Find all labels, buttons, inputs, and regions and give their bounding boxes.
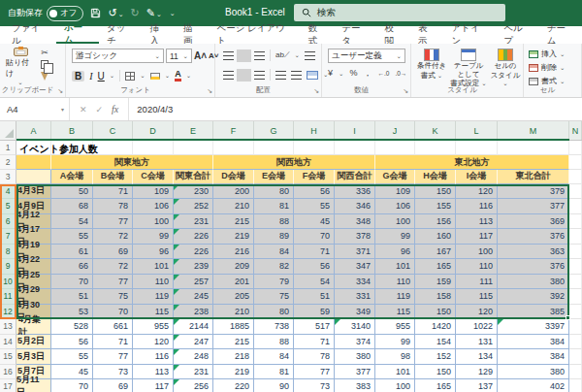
cell-B12[interactable]: 53 (51, 305, 93, 320)
cell-J17[interactable]: 100 (375, 379, 415, 392)
cell-A17[interactable]: 5月11日 (16, 379, 51, 392)
cell-H5[interactable]: 55 (294, 199, 335, 214)
cell-I17[interactable]: 383 (335, 379, 375, 392)
cell-F7[interactable]: 219 (213, 229, 254, 245)
venue-header-J3[interactable]: G会場 (375, 170, 415, 184)
borders-dropdown-icon[interactable]: ⌄ (140, 72, 145, 80)
cell-F15[interactable]: 218 (213, 349, 254, 365)
cell-A1[interactable]: イベント参加人数 (16, 141, 51, 155)
cell-I15[interactable]: 380 (335, 349, 375, 365)
column-header-G[interactable]: G (254, 121, 294, 140)
menu-tab-6[interactable]: 数式 (301, 26, 335, 44)
pen-dropdown-icon[interactable]: ⌄ (156, 11, 162, 17)
cell-C7[interactable]: 72 (93, 229, 133, 245)
cell-B16[interactable]: 45 (51, 365, 93, 380)
row-header-5[interactable]: 5 (0, 199, 16, 214)
cell-C1[interactable] (93, 141, 133, 155)
cell-D15[interactable]: 116 (133, 349, 174, 365)
cell-G4[interactable]: 80 (254, 184, 294, 200)
cell-A13[interactable]: 4月集計 (16, 319, 51, 335)
column-header-H[interactable]: H (294, 121, 335, 140)
cell-I8[interactable]: 371 (335, 245, 375, 260)
cell-M10[interactable]: 380 (498, 275, 569, 290)
venue-header-L3[interactable]: I会場 (456, 170, 498, 184)
row-header-2[interactable]: 2 (0, 155, 16, 170)
cell-L16[interactable]: 129 (456, 365, 498, 380)
name-box-dropdown-icon[interactable]: ▾ (61, 106, 64, 113)
cell-B7[interactable]: 55 (51, 229, 93, 245)
cell-D14[interactable]: 120 (133, 335, 174, 350)
cell-M12[interactable]: 385 (498, 305, 569, 320)
venue-header-H3[interactable]: F会場 (294, 170, 335, 184)
alignment-dialog-launcher-icon[interactable]: ↘ (313, 87, 319, 95)
cell-H12[interactable]: 59 (294, 305, 335, 320)
cell-L6[interactable]: 113 (456, 214, 498, 230)
orientation-icon[interactable]: ab⟋ (275, 50, 290, 60)
cell-K9[interactable]: 165 (415, 259, 456, 275)
copy-icon[interactable] (41, 60, 48, 69)
column-header-J[interactable]: J (375, 121, 415, 140)
cell-N1[interactable] (569, 141, 582, 155)
cell-F11[interactable]: 205 (213, 289, 254, 305)
cell-F10[interactable]: 201 (213, 275, 254, 290)
region-header-0[interactable]: 関東地方 (51, 155, 213, 170)
font-name-select[interactable]: 游ゴシック⌄ (72, 49, 164, 63)
cell-G5[interactable]: 81 (254, 199, 294, 214)
menu-tab-11[interactable]: ヘルプ (496, 26, 538, 44)
cell-I1[interactable] (335, 141, 375, 155)
column-header-I[interactable]: I (335, 121, 375, 140)
cell-G8[interactable]: 84 (254, 245, 294, 260)
cell-K17[interactable]: 165 (415, 379, 456, 392)
cell-L11[interactable]: 115 (456, 289, 498, 305)
cell-F6[interactable]: 215 (213, 214, 254, 230)
cell-B15[interactable]: 55 (51, 349, 93, 365)
menu-tab-12[interactable]: チーム (539, 26, 582, 44)
cell-K14[interactable]: 154 (415, 335, 456, 350)
cell-H9[interactable]: 56 (294, 259, 335, 275)
cell-I10[interactable]: 334 (335, 275, 375, 290)
italic-button[interactable]: I (89, 71, 92, 82)
cell-B6[interactable]: 54 (51, 214, 93, 230)
cell-D17[interactable]: 117 (133, 379, 174, 392)
cell-K12[interactable]: 150 (415, 305, 456, 320)
number-format-select[interactable]: ユーザー定義⌄ (328, 49, 405, 63)
column-header-K[interactable]: K (415, 121, 456, 140)
insert-function-icon[interactable]: fx (112, 104, 118, 114)
cell-B17[interactable]: 70 (51, 379, 93, 392)
currency-dropdown-icon[interactable]: ⌄ (339, 70, 343, 78)
bold-button[interactable]: B (72, 71, 84, 82)
cell-A2[interactable] (16, 155, 51, 170)
cell-A14[interactable]: 5月2日 (16, 335, 51, 350)
cell-J5[interactable]: 106 (375, 199, 415, 214)
row-header-16[interactable]: 16 (0, 365, 16, 380)
cell-H7[interactable]: 70 (294, 229, 335, 245)
cell-B5[interactable]: 68 (51, 199, 93, 214)
cell-J10[interactable]: 110 (375, 275, 415, 290)
cell-L5[interactable]: 116 (456, 199, 498, 214)
cell-L8[interactable]: 100 (456, 245, 498, 260)
cell-J4[interactable]: 109 (375, 184, 415, 200)
cell-D11[interactable]: 119 (133, 289, 174, 305)
cell-M4[interactable]: 379 (498, 184, 569, 200)
cell-N2[interactable] (569, 155, 582, 170)
cell-G10[interactable]: 79 (254, 275, 294, 290)
insert-cells-button[interactable]: 挿入⌄ (529, 49, 565, 59)
cell-K5[interactable]: 155 (415, 199, 456, 214)
cell-D13[interactable]: 955 (133, 319, 174, 335)
save-icon[interactable] (90, 8, 101, 18)
align-bottom-icon[interactable] (254, 51, 265, 60)
cell-F12[interactable]: 210 (213, 305, 254, 320)
cell-J8[interactable]: 96 (375, 245, 415, 260)
cell-L4[interactable]: 120 (456, 184, 498, 200)
cell-F1[interactable] (213, 141, 254, 155)
cell-G14[interactable]: 88 (254, 335, 294, 350)
row-header-8[interactable]: 8 (0, 245, 16, 260)
cell-G11[interactable]: 75 (254, 289, 294, 305)
font-color-dropdown-icon[interactable]: ⌄ (186, 72, 191, 80)
clipboard-dialog-launcher-icon[interactable]: ↘ (57, 87, 63, 95)
cell-M15[interactable]: 384 (498, 349, 569, 365)
cell-C6[interactable]: 77 (93, 214, 133, 230)
column-header-N[interactable]: N (569, 121, 582, 140)
borders-icon[interactable] (125, 72, 135, 81)
wrap-text-icon[interactable] (305, 51, 315, 60)
